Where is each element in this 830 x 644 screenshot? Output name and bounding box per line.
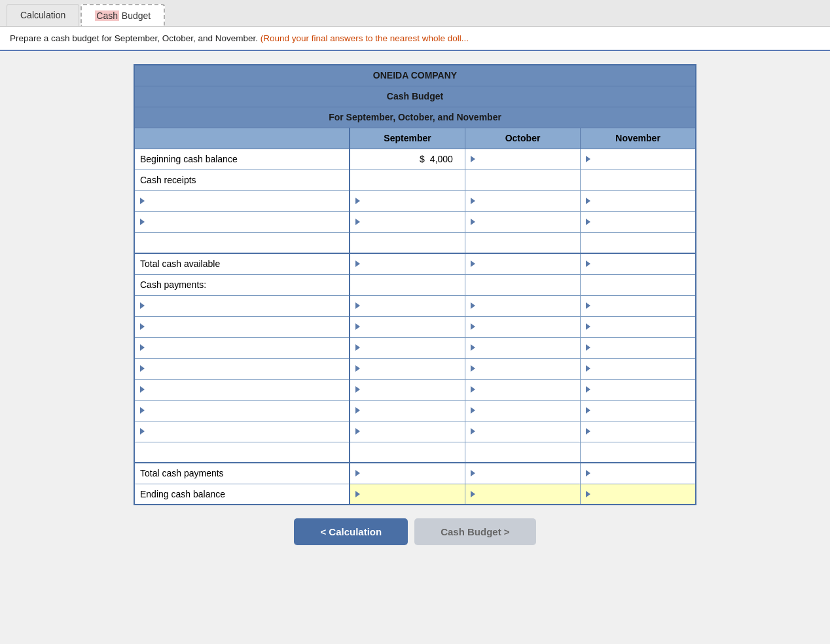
column-header-row: September October November [134, 128, 696, 149]
spacer-oct-1 [465, 232, 580, 253]
nov-payment-4[interactable] [581, 358, 696, 379]
oct-cash-receipts[interactable] [465, 170, 580, 190]
instruction-note: (Round your final answers to the nearest… [261, 33, 469, 43]
nov-receipt-2[interactable] [581, 211, 696, 232]
spacer-nov-2 [581, 442, 696, 463]
bottom-navigation: < Calculation Cash Budget > [134, 518, 696, 545]
nov-payment-2[interactable] [581, 316, 696, 337]
sept-ending-balance[interactable] [350, 484, 465, 505]
main-content: ONEIDA COMPANY Cash Budget For September… [0, 51, 830, 558]
company-header-row: ONEIDA COMPANY [134, 65, 696, 86]
november-beginning-balance[interactable] [581, 149, 696, 170]
spacer-nov-1 [581, 232, 696, 253]
title-row: Cash Budget [134, 86, 696, 107]
nov-payment-3[interactable] [581, 337, 696, 358]
oct-payment-1[interactable] [465, 295, 580, 316]
sept-payment-2[interactable] [350, 316, 465, 337]
nov-payment-7[interactable] [581, 421, 696, 442]
payment-label-2[interactable] [134, 316, 350, 337]
payment-row-6 [134, 400, 696, 421]
nov-receipt-1[interactable] [581, 190, 696, 211]
sept-payment-5[interactable] [350, 379, 465, 400]
nov-total-payments[interactable] [581, 463, 696, 484]
cash-receipts-row: Cash receipts [134, 170, 696, 190]
col-october-header: October [465, 128, 580, 149]
cash-payments-label: Cash payments: [134, 274, 350, 295]
sept-payment-6[interactable] [350, 400, 465, 421]
beginning-balance-label: Beginning cash balance [134, 149, 350, 170]
payment-label-1[interactable] [134, 295, 350, 316]
oct-payment-3[interactable] [465, 337, 580, 358]
nov-cash-receipts[interactable] [581, 170, 696, 190]
tab-bar: Calculation Cash Budget [0, 0, 830, 27]
sept-payment-3[interactable] [350, 337, 465, 358]
payment-label-4[interactable] [134, 358, 350, 379]
oct-payment-6[interactable] [465, 400, 580, 421]
sept-payment-4[interactable] [350, 358, 465, 379]
september-beginning-balance[interactable]: $ 4,000 [350, 149, 465, 170]
cash-receipts-label: Cash receipts [134, 170, 350, 190]
oct-payment-2[interactable] [465, 316, 580, 337]
company-name: ONEIDA COMPANY [134, 65, 696, 86]
prev-button[interactable]: < Calculation [294, 518, 408, 545]
payment-row-7 [134, 421, 696, 442]
sept-total-payments[interactable] [350, 463, 465, 484]
tab-cash-budget[interactable]: Cash Budget [81, 4, 165, 26]
beginning-balance-value: 4,000 [430, 154, 453, 164]
tab-calculation[interactable]: Calculation [7, 4, 79, 26]
sept-receipt-1[interactable] [350, 190, 465, 211]
payment-row-4 [134, 358, 696, 379]
spacer-sept-1 [350, 232, 465, 253]
spacer-label-2 [134, 442, 350, 463]
nov-payment-1[interactable] [581, 295, 696, 316]
total-available-row: Total cash available [134, 253, 696, 274]
payment-label-6[interactable] [134, 400, 350, 421]
payment-row-5 [134, 379, 696, 400]
payment-label-5[interactable] [134, 379, 350, 400]
next-button[interactable]: Cash Budget > [414, 518, 535, 545]
table-subtitle: For September, October, and November [134, 107, 696, 128]
oct-payment-7[interactable] [465, 421, 580, 442]
spacer-row-1 [134, 232, 696, 253]
col-label-header [134, 128, 350, 149]
oct-total-payments[interactable] [465, 463, 580, 484]
receipt-row1-label[interactable] [134, 190, 350, 211]
sept-receipt-2[interactable] [350, 211, 465, 232]
oct-payment-4[interactable] [465, 358, 580, 379]
payment-label-7[interactable] [134, 421, 350, 442]
payment-label-3[interactable] [134, 337, 350, 358]
receipt-input-row-1 [134, 190, 696, 211]
sept-payment-7[interactable] [350, 421, 465, 442]
beginning-balance-row: Beginning cash balance $ 4,000 [134, 149, 696, 170]
oct-ending-balance[interactable] [465, 484, 580, 505]
nov-payment-6[interactable] [581, 400, 696, 421]
subtitle-row: For September, October, and November [134, 107, 696, 128]
oct-payment-5[interactable] [465, 379, 580, 400]
spacer-sept-2 [350, 442, 465, 463]
cash-payments-header-row: Cash payments: [134, 274, 696, 295]
nov-payment-5[interactable] [581, 379, 696, 400]
budget-table: ONEIDA COMPANY Cash Budget For September… [134, 64, 696, 505]
sept-cash-receipts[interactable] [350, 170, 465, 190]
col-september-header: September [350, 128, 465, 149]
sept-payment-1[interactable] [350, 295, 465, 316]
nov-ending-balance[interactable] [581, 484, 696, 505]
receipt-row2-label[interactable] [134, 211, 350, 232]
total-payments-row: Total cash payments [134, 463, 696, 484]
nov-total-available[interactable] [581, 253, 696, 274]
sept-total-available[interactable] [350, 253, 465, 274]
payment-row-3 [134, 337, 696, 358]
october-beginning-balance[interactable] [465, 149, 580, 170]
total-payments-label: Total cash payments [134, 463, 350, 484]
table-container: ONEIDA COMPANY Cash Budget For September… [134, 64, 696, 545]
oct-total-available[interactable] [465, 253, 580, 274]
oct-payments-header [465, 274, 580, 295]
ending-balance-label: Ending cash balance [134, 484, 350, 505]
oct-receipt-2[interactable] [465, 211, 580, 232]
ending-balance-row: Ending cash balance [134, 484, 696, 505]
spacer-row-2 [134, 442, 696, 463]
dollar-sign: $ [420, 154, 425, 164]
spacer-label-1 [134, 232, 350, 253]
oct-receipt-1[interactable] [465, 190, 580, 211]
receipt-input-row-2 [134, 211, 696, 232]
